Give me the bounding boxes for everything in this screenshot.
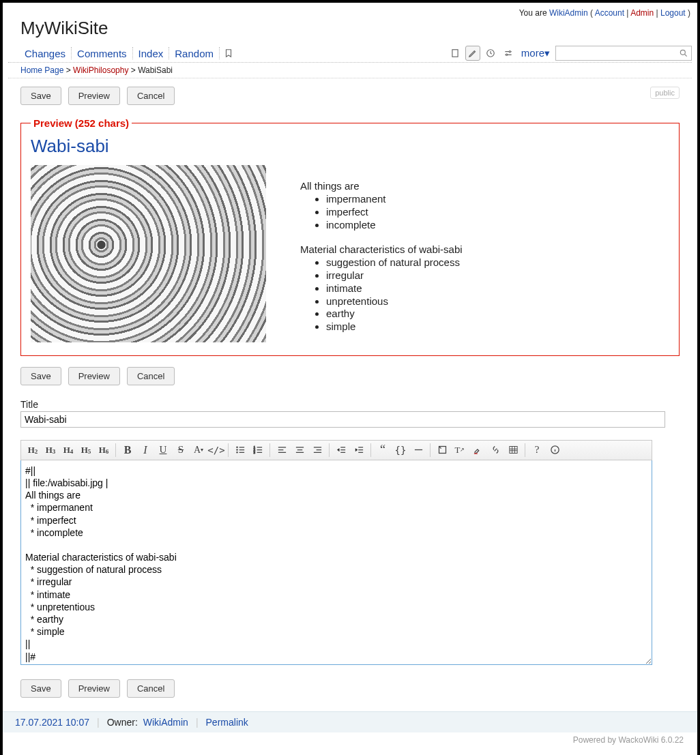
svg-point-4: [680, 50, 685, 55]
align-center-button[interactable]: [291, 442, 308, 458]
username-link[interactable]: WikiAdmin: [549, 8, 588, 18]
save-button[interactable]: Save: [20, 367, 61, 385]
preview-button[interactable]: Preview: [68, 87, 120, 105]
breadcrumb: Home Page > WikiPhilosophy > WabiSabi: [8, 63, 692, 78]
breadcrumb-home[interactable]: Home Page: [20, 65, 63, 75]
link-button[interactable]: [486, 442, 504, 458]
permalink[interactable]: Permalink: [206, 717, 248, 728]
preview-image: [31, 165, 266, 342]
breadcrumb-l2: WabiSabi: [138, 65, 173, 75]
align-right-button[interactable]: [308, 442, 326, 458]
cancel-button[interactable]: Cancel: [127, 679, 175, 698]
preview-button[interactable]: Preview: [68, 679, 120, 698]
list-item: simple: [326, 321, 463, 334]
indent-button[interactable]: [350, 442, 368, 458]
account-link[interactable]: Account: [595, 8, 624, 18]
save-button[interactable]: Save: [20, 87, 61, 105]
textsize-button[interactable]: T↗: [451, 442, 469, 458]
bookmark-add-icon[interactable]: [221, 46, 236, 61]
help-button[interactable]: ?: [528, 442, 546, 458]
list-item: intimate: [326, 282, 463, 295]
strike-button[interactable]: S: [172, 442, 190, 458]
bold-button[interactable]: B: [119, 442, 136, 458]
note-button[interactable]: [433, 442, 451, 458]
italic-button[interactable]: I: [136, 442, 154, 458]
info-button[interactable]: [546, 442, 564, 458]
page-icon[interactable]: [448, 46, 463, 61]
list-item: irregular: [326, 269, 463, 282]
search-input[interactable]: [559, 48, 679, 58]
list-item: imperfect: [326, 206, 463, 219]
footer-date[interactable]: 17.07.2021 10:07: [15, 717, 89, 728]
list-item: incomplete: [326, 219, 463, 232]
svg-point-5: [236, 447, 237, 447]
owner-link[interactable]: WikiAdmin: [143, 717, 188, 728]
site-title: MyWikiSite: [8, 18, 692, 46]
settings-icon[interactable]: [501, 46, 516, 61]
nav-random[interactable]: Random: [171, 46, 218, 61]
logout-link[interactable]: Logout: [660, 8, 686, 18]
you-are-label: You are: [519, 8, 547, 18]
svg-text:3: 3: [253, 451, 255, 454]
align-left-button[interactable]: [273, 442, 291, 458]
table-button[interactable]: [504, 442, 522, 458]
public-badge: public: [650, 87, 680, 99]
braces-button[interactable]: {}: [392, 442, 409, 458]
list-item: unpretentious: [326, 295, 463, 308]
outdent-button[interactable]: [332, 442, 350, 458]
primary-nav: Changes Comments Index Random: [20, 46, 448, 61]
svg-point-3: [506, 54, 507, 55]
preview-title: Wabi-sabi: [31, 136, 669, 165]
h6-button[interactable]: H6: [95, 442, 113, 458]
svg-rect-0: [452, 50, 458, 57]
powered-by: Powered by WackoWiki 6.0.22: [8, 732, 692, 745]
admin-link[interactable]: Admin: [630, 8, 654, 18]
nav-index[interactable]: Index: [134, 46, 168, 61]
list-item: impermanent: [326, 193, 463, 206]
underline-button[interactable]: U: [154, 442, 172, 458]
cancel-button[interactable]: Cancel: [127, 367, 175, 385]
svg-rect-12: [509, 447, 516, 454]
h2-button[interactable]: H2: [24, 442, 42, 458]
hr-button[interactable]: [409, 442, 427, 458]
history-icon[interactable]: [483, 46, 498, 61]
h4-button[interactable]: H4: [59, 442, 77, 458]
ul-button[interactable]: [231, 442, 249, 458]
code-button[interactable]: </>: [207, 442, 225, 458]
nav-changes[interactable]: Changes: [20, 46, 70, 61]
h3-button[interactable]: H3: [42, 442, 59, 458]
list-item: suggestion of natural process: [326, 256, 463, 269]
breadcrumb-l1[interactable]: WikiPhilosophy: [73, 65, 128, 75]
title-label: Title: [20, 399, 680, 410]
page-footer: 17.07.2021 10:07 | Owner: WikiAdmin | Pe…: [3, 711, 697, 732]
preview-legend: Preview (252 chars): [31, 117, 132, 129]
preview-panel: Preview (252 chars) Wabi-sabi All things…: [20, 117, 680, 356]
svg-point-7: [236, 452, 237, 453]
nav-comments[interactable]: Comments: [73, 46, 131, 61]
title-input[interactable]: [20, 411, 665, 428]
more-menu[interactable]: more▾: [519, 47, 553, 59]
owner-label: Owner:: [107, 717, 138, 728]
h5-button[interactable]: H5: [77, 442, 95, 458]
ol-button[interactable]: 123: [249, 442, 267, 458]
search-box[interactable]: [555, 46, 692, 61]
font-button[interactable]: A▾: [190, 442, 207, 458]
quote-button[interactable]: “: [374, 442, 392, 458]
preview-text: All things are impermanent imperfect inc…: [300, 165, 463, 346]
edit-icon[interactable]: [465, 46, 480, 61]
svg-point-6: [236, 449, 237, 450]
list-item: earthy: [326, 308, 463, 321]
svg-point-2: [509, 51, 510, 53]
user-bar: You are WikiAdmin ( Account | Admin | Lo…: [8, 7, 692, 18]
highlight-button[interactable]: [469, 442, 486, 458]
editor-toolbar: H2 H3 H4 H5 H6 B I U S A▾ </> 123 “ {} T…: [20, 440, 652, 460]
preview-button[interactable]: Preview: [68, 367, 120, 385]
save-button[interactable]: Save: [20, 679, 61, 698]
cancel-button[interactable]: Cancel: [127, 87, 175, 105]
search-icon: [679, 48, 688, 58]
body-editor[interactable]: [20, 460, 652, 665]
